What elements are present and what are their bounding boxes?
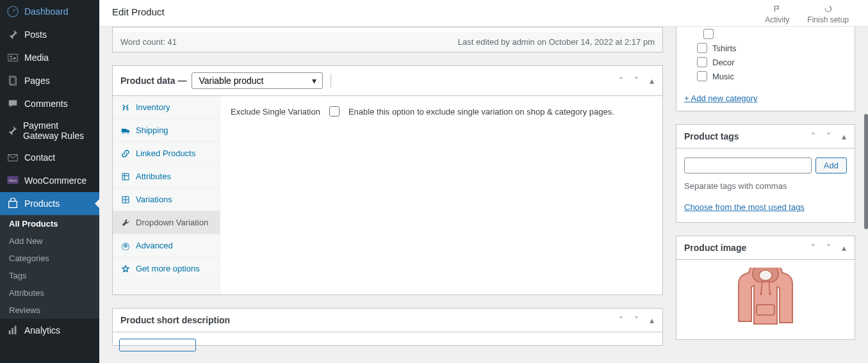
svg-rect-11: [15, 326, 17, 335]
product-type-select[interactable]: Variable product: [192, 72, 323, 89]
submenu-add-new[interactable]: Add New: [0, 232, 99, 250]
top-actions: Activity Finish setup: [765, 5, 855, 24]
submenu-tags[interactable]: Tags: [0, 267, 99, 284]
sidebar-label: Payment Gateway Rules: [23, 120, 93, 141]
link-icon: [120, 149, 131, 158]
sidebar-item-comments[interactable]: Comments: [0, 92, 99, 115]
sidebar-label: Dashboard: [24, 6, 69, 17]
tab-label: Variations: [136, 195, 172, 204]
variations-icon: [120, 195, 131, 204]
category-checkbox[interactable]: [697, 71, 707, 81]
svg-rect-16: [122, 173, 129, 180]
panel-down-icon[interactable]: ˅: [823, 131, 834, 141]
last-edited: Last edited by admin on October 14, 2022…: [458, 37, 655, 47]
hoodie-image: [684, 268, 847, 332]
exclude-checkbox[interactable]: [329, 106, 340, 117]
tab-attributes[interactable]: Attributes: [113, 165, 220, 188]
category-checkbox[interactable]: [697, 57, 707, 67]
tab-label: Attributes: [136, 172, 171, 181]
sidebar-label: Comments: [24, 99, 68, 109]
category-checkbox[interactable]: [697, 43, 707, 53]
sidebar-item-payment-rules[interactable]: Payment Gateway Rules: [0, 115, 99, 146]
panel-title: Product image: [684, 243, 746, 253]
submenu-attributes[interactable]: Attributes: [0, 284, 99, 302]
panel-up-icon[interactable]: ˄: [807, 243, 819, 253]
top-bar: Edit Product Activity Finish setup: [99, 0, 868, 27]
category-label: Tshirts: [712, 44, 737, 53]
panel-toggle-icon[interactable]: ▴: [646, 315, 657, 325]
svg-rect-8: [9, 201, 17, 207]
tab-linked-products[interactable]: Linked Products: [113, 142, 220, 165]
submenu-all-products[interactable]: All Products: [0, 215, 99, 232]
tab-variations[interactable]: Variations: [113, 188, 220, 211]
page-title: Edit Product: [112, 5, 165, 17]
sidebar-item-posts[interactable]: Posts: [0, 23, 99, 46]
category-item[interactable]: Decor: [684, 55, 847, 69]
sidebar-item-woocommerce[interactable]: Woo WooCommerce: [0, 169, 99, 192]
products-submenu: All Products Add New Categories Tags Att…: [0, 215, 99, 319]
product-data-tabs: Inventory Shipping Linked Products: [113, 96, 220, 294]
svg-rect-1: [8, 54, 17, 61]
sidebar-item-pages[interactable]: Pages: [0, 69, 99, 92]
submenu-reviews[interactable]: Reviews: [0, 302, 99, 319]
tab-dropdown-variation[interactable]: Dropdown Variation: [113, 211, 220, 234]
editor-status-bar: Word count: 41 Last edited by admin on O…: [112, 32, 663, 52]
panel-up-icon[interactable]: ˄: [615, 315, 626, 325]
panel-toggle-icon[interactable]: ▴: [838, 131, 849, 141]
dashboard-icon: [6, 5, 19, 18]
sidebar-item-products[interactable]: Products: [0, 192, 99, 215]
category-label: Music: [712, 72, 734, 81]
tag-help-text: Separate tags with commas: [676, 177, 855, 195]
category-item[interactable]: Tshirts: [684, 41, 847, 55]
category-item[interactable]: Music: [684, 69, 847, 83]
gear-icon: [120, 241, 131, 250]
submenu-categories[interactable]: Categories: [0, 250, 99, 267]
add-category-link[interactable]: + Add new category: [676, 88, 855, 111]
panel-down-icon[interactable]: ˅: [630, 76, 642, 86]
activity-button[interactable]: Activity: [765, 5, 789, 24]
svg-point-26: [760, 293, 762, 295]
panel-up-icon[interactable]: ˄: [615, 76, 626, 86]
category-item[interactable]: [684, 27, 847, 41]
panel-up-icon[interactable]: ˄: [807, 131, 819, 141]
short-description-panel: Product short description ˄ ˅ ▴: [112, 308, 663, 346]
tab-advanced[interactable]: Advanced: [113, 234, 220, 257]
scrollbar[interactable]: [864, 114, 868, 229]
tab-label: Shipping: [136, 125, 168, 135]
sidebar-item-contact[interactable]: Contact: [0, 146, 99, 169]
shipping-icon: [120, 126, 131, 135]
product-image[interactable]: [676, 260, 855, 339]
choose-tags-link[interactable]: Choose from the most used tags: [676, 195, 855, 222]
flag-icon: [771, 5, 783, 14]
svg-point-2: [10, 56, 12, 58]
svg-point-12: [825, 6, 831, 12]
woo-icon: Woo: [6, 174, 19, 187]
finish-setup-button[interactable]: Finish setup: [807, 5, 849, 24]
tag-input[interactable]: [684, 157, 812, 173]
sidebar-item-media[interactable]: Media: [0, 46, 99, 69]
main-content: Edit Product Activity Finish setup Word …: [99, 0, 868, 363]
category-label: Decor: [712, 58, 735, 67]
sidebar-item-analytics[interactable]: Analytics: [0, 319, 99, 342]
exclude-label: Exclude Single Variation: [231, 107, 320, 117]
sidebar-label: Contact: [24, 152, 55, 163]
product-tags-panel: Product tags ˄ ˅ ▴ Add Separate tags wit…: [676, 124, 855, 223]
svg-point-23: [759, 270, 772, 280]
panel-title: Product short description: [120, 315, 230, 325]
tab-shipping[interactable]: Shipping: [113, 119, 220, 142]
panel-toggle-icon[interactable]: ▴: [646, 76, 657, 86]
panel-down-icon[interactable]: ˅: [823, 243, 834, 253]
sidebar-item-dashboard[interactable]: Dashboard: [0, 0, 99, 23]
tab-inventory[interactable]: Inventory: [113, 96, 220, 119]
add-tag-button[interactable]: Add: [815, 157, 847, 173]
panel-toggle-icon[interactable]: ▴: [838, 243, 849, 253]
admin-sidebar: Dashboard Posts Media Pages Comments Pay…: [0, 0, 99, 363]
svg-point-14: [122, 132, 124, 134]
word-count: Word count: 41: [120, 37, 177, 47]
category-checkbox[interactable]: [703, 29, 714, 39]
tab-label: Inventory: [136, 102, 170, 112]
svg-point-15: [127, 132, 129, 134]
panel-down-icon[interactable]: ˅: [630, 315, 642, 325]
wrench-icon: [120, 218, 131, 227]
tab-get-more-options[interactable]: Get more options: [113, 257, 220, 280]
